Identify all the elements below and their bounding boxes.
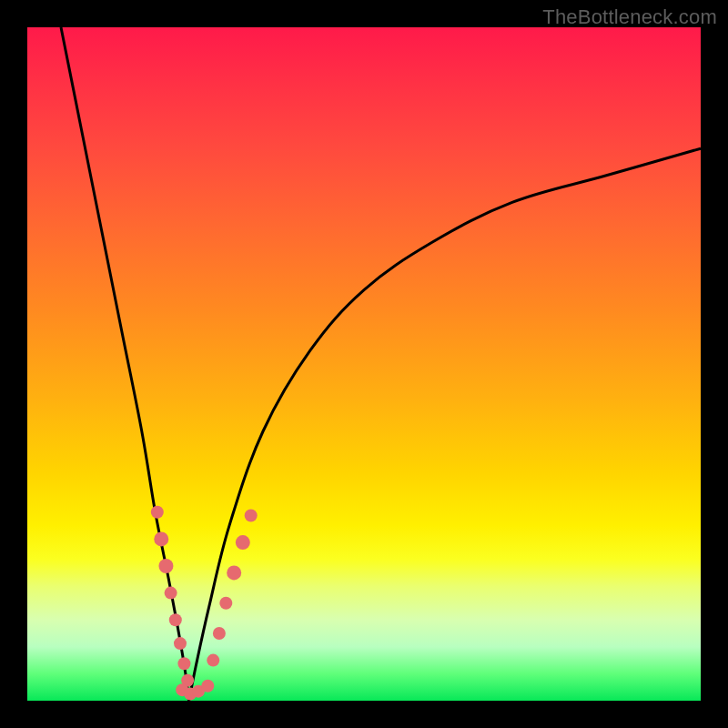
curve-left-branch [61,27,189,701]
data-marker-right [236,535,250,550]
chart-frame: TheBottleneck.com [0,0,728,728]
data-marker-right [219,597,232,610]
plot-area [27,27,701,701]
marker-group [151,506,258,701]
data-marker-left [151,506,164,519]
data-marker-right [245,510,258,522]
data-marker-bottom [201,680,214,693]
data-marker-left [174,637,187,650]
data-marker-left [154,531,168,546]
data-marker-right [207,654,219,667]
data-marker-left [177,657,190,670]
watermark-text: TheBottleneck.com [542,5,717,29]
curve-layer [27,27,701,701]
data-marker-right [227,565,241,580]
curve-right-branch [189,148,701,701]
data-marker-left [165,587,177,600]
data-marker-left [169,613,182,626]
data-marker-right [213,627,226,640]
data-marker-left [158,559,173,573]
